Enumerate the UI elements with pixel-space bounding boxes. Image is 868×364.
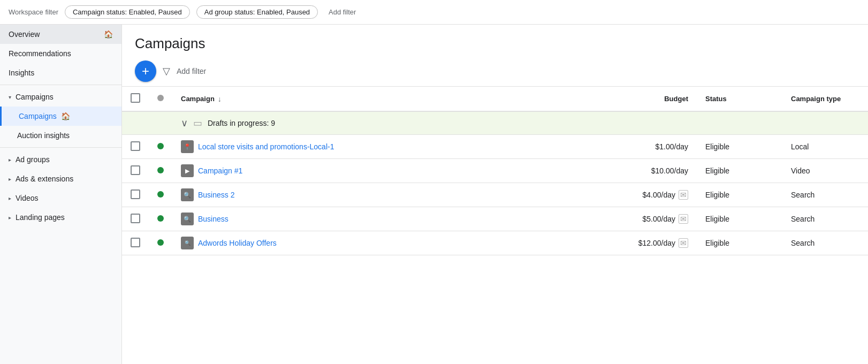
ad-groups-arrow: ▸ <box>9 157 11 163</box>
row2-budget: $4.00/day ✉ <box>600 183 697 207</box>
row3-budget-icon: ✉ <box>679 214 688 224</box>
row3-status-dot <box>157 215 164 222</box>
add-campaign-button[interactable]: + <box>135 60 156 82</box>
row0-camp-icon: 📍 <box>181 140 194 153</box>
sidebar-group-ad-groups[interactable]: ▸ Ad groups <box>0 150 121 169</box>
row1-status-dot <box>157 167 164 173</box>
row3-campaign-link[interactable]: 🔍 Business <box>181 213 592 225</box>
row3-status: Eligible <box>697 207 782 231</box>
row4-status-text: Eligible <box>705 239 729 247</box>
row3-campaign-name: Business <box>198 215 229 223</box>
th-checkbox <box>122 87 149 111</box>
campaigns-group-arrow: ▾ <box>9 94 11 100</box>
sidebar: Overview 🏠 Recommendations Insights ▾ Ca… <box>0 25 122 364</box>
row0-type: Local <box>782 135 868 159</box>
row0-campaign-link[interactable]: 📍 Local store visits and promotions-Loca… <box>181 140 592 153</box>
table-row: 🔍 Business $5.00/day ✉ Eligible <box>122 207 868 231</box>
th-campaign-label: Campaign <box>181 95 215 103</box>
drafts-expand-arrow[interactable]: ∨ <box>181 117 188 129</box>
sidebar-group-videos[interactable]: ▸ Videos <box>0 188 121 208</box>
toolbar-add-filter[interactable]: Add filter <box>177 67 206 75</box>
row1-budget-value: $10.00/day <box>651 166 688 175</box>
top-add-filter[interactable]: Add filter <box>324 6 360 18</box>
row1-campaign-name: Campaign #1 <box>198 166 242 175</box>
sidebar-group-campaigns-label: Campaigns <box>16 93 54 101</box>
row1-campaign: ▶ Campaign #1 <box>172 159 600 183</box>
row3-checkbox[interactable] <box>131 214 140 223</box>
row1-campaign-link[interactable]: ▶ Campaign #1 <box>181 164 592 177</box>
row0-status-dot <box>157 143 164 149</box>
row1-status-text: Eligible <box>705 166 729 175</box>
main-layout: Overview 🏠 Recommendations Insights ▾ Ca… <box>0 25 868 364</box>
row1-dot <box>149 159 172 183</box>
row1-status: Eligible <box>697 159 782 183</box>
row2-camp-icon: 🔍 <box>181 188 194 201</box>
overview-home-icon: 🏠 <box>104 30 113 39</box>
row2-campaign: 🔍 Business 2 <box>172 183 600 207</box>
row2-status: Eligible <box>697 183 782 207</box>
th-campaign-type-label: Campaign type <box>791 95 841 103</box>
sidebar-item-auction-insights-label: Auction insights <box>17 131 70 140</box>
th-dot-icon <box>157 95 164 101</box>
campaigns-table-container: Campaign ↓ Budget Status Campaign type <box>122 87 868 364</box>
row4-checkbox[interactable] <box>131 238 140 247</box>
row2-status-dot <box>157 191 164 198</box>
sidebar-item-overview-label: Overview <box>9 30 40 39</box>
sidebar-item-auction-insights[interactable]: Auction insights <box>0 126 121 145</box>
row2-dot <box>149 183 172 207</box>
row4-budget-value: $12.00/day <box>638 239 675 247</box>
row0-status: Eligible <box>697 135 782 159</box>
row2-budget-icon: ✉ <box>679 190 688 200</box>
th-status[interactable]: Status <box>697 87 782 111</box>
row0-campaign: 📍 Local store visits and promotions-Loca… <box>172 135 600 159</box>
page-header: Campaigns <box>122 25 868 56</box>
campaign-sort-icon[interactable]: ↓ <box>218 95 222 103</box>
table-row: 📍 Local store visits and promotions-Loca… <box>122 135 868 159</box>
sidebar-group-ads-extensions-label: Ads & extensions <box>16 175 73 183</box>
sidebar-group-landing-pages[interactable]: ▸ Landing pages <box>0 208 121 227</box>
row3-campaign: 🔍 Business <box>172 207 600 231</box>
top-filter-bar: Workspace filter Campaign status: Enable… <box>0 0 868 25</box>
row3-type-text: Search <box>791 215 814 223</box>
th-campaign-type[interactable]: Campaign type <box>782 87 868 111</box>
sidebar-item-campaigns[interactable]: Campaigns 🏠 <box>0 107 121 126</box>
sidebar-group-ads-extensions[interactable]: ▸ Ads & extensions <box>0 169 121 188</box>
select-all-checkbox[interactable] <box>131 93 140 103</box>
sidebar-item-insights[interactable]: Insights <box>0 63 121 82</box>
row1-camp-icon: ▶ <box>181 164 194 177</box>
row0-budget: $1.00/day <box>600 135 697 159</box>
row1-checkbox[interactable] <box>131 165 140 175</box>
row2-checkbox[interactable] <box>131 189 140 199</box>
sidebar-group-campaigns[interactable]: ▾ Campaigns <box>0 87 121 107</box>
filter-icon[interactable]: ▽ <box>163 65 170 77</box>
th-campaign[interactable]: Campaign ↓ <box>172 87 600 111</box>
page-title: Campaigns <box>135 35 855 52</box>
row4-campaign-link[interactable]: 🔍 Adwords Holiday Offers <box>181 237 592 249</box>
drafts-check-cell <box>122 111 149 135</box>
campaigns-home-icon: 🏠 <box>61 112 70 120</box>
row4-status: Eligible <box>697 231 782 255</box>
th-budget-label: Budget <box>664 95 688 103</box>
sidebar-item-recommendations-label: Recommendations <box>9 49 71 58</box>
row2-budget-value: $4.00/day <box>643 191 676 199</box>
campaigns-table: Campaign ↓ Budget Status Campaign type <box>122 87 868 255</box>
row4-campaign-name: Adwords Holiday Offers <box>198 239 277 247</box>
row0-type-text: Local <box>791 142 809 151</box>
sidebar-group-landing-pages-label: Landing pages <box>16 213 65 222</box>
drafts-folder-icon: ▭ <box>193 117 202 129</box>
drafts-label-cell: ∨ ▭ Drafts in progress: 9 <box>172 111 868 135</box>
row0-checkbox[interactable] <box>131 141 140 151</box>
row1-type-text: Video <box>791 166 810 175</box>
row2-campaign-link[interactable]: 🔍 Business 2 <box>181 188 592 201</box>
row1-budget: $10.00/day <box>600 159 697 183</box>
sidebar-item-recommendations[interactable]: Recommendations <box>0 44 121 63</box>
sidebar-item-overview[interactable]: Overview 🏠 <box>0 25 121 44</box>
th-status-label: Status <box>705 95 727 103</box>
campaign-status-filter-pill[interactable]: Campaign status: Enabled, Paused <box>65 5 190 19</box>
videos-arrow: ▸ <box>9 195 11 201</box>
row4-status-dot <box>157 239 164 246</box>
content-area: Campaigns + ▽ Add filter <box>122 25 868 364</box>
th-budget[interactable]: Budget <box>600 87 697 111</box>
adgroup-status-filter-pill[interactable]: Ad group status: Enabled, Paused <box>196 5 318 19</box>
drafts-label: Drafts in progress: 9 <box>208 119 275 127</box>
